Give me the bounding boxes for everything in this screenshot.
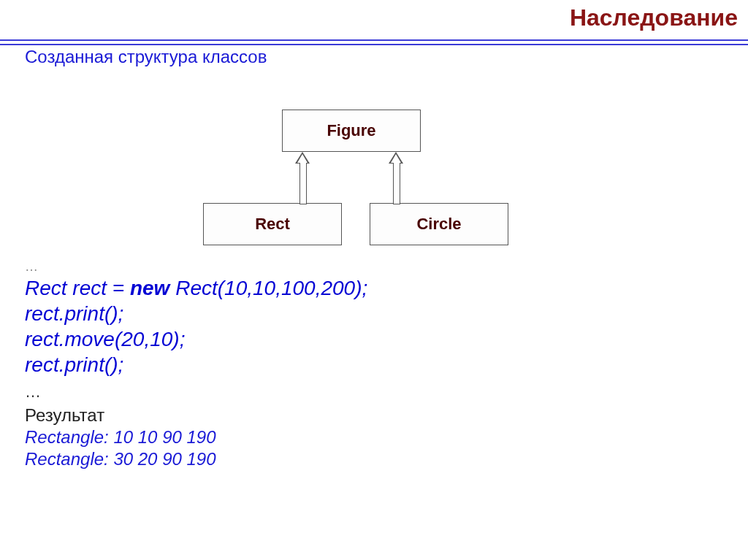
- result-label: Результат: [25, 404, 367, 426]
- slide: Наследование Созданная структура классов…: [0, 0, 748, 560]
- class-box-rect: Rect: [203, 203, 342, 245]
- class-diagram: Figure Rect Circle: [203, 110, 524, 256]
- class-box-circle: Circle: [370, 203, 508, 245]
- code-line-2: rect.print();: [25, 301, 367, 326]
- code-kw: new: [130, 277, 169, 299]
- page-title: Наследование: [570, 4, 738, 31]
- ellipsis-top: …: [25, 258, 367, 275]
- header-rule-1: [0, 39, 748, 41]
- code-line-1: Rect rect = new Rect(10,10,100,200);: [25, 275, 367, 301]
- code-pre: rect.print();: [25, 302, 123, 325]
- code-line-4: rect.print();: [25, 352, 367, 377]
- ellipsis-bottom: …: [25, 382, 367, 402]
- result-line-2: Rectangle: 30 20 90 190: [25, 448, 367, 470]
- code-and-result: … Rect rect = new Rect(10,10,100,200); r…: [25, 258, 367, 470]
- code-pre: rect.print();: [25, 353, 123, 376]
- code-line-3: rect.move(20,10);: [25, 326, 367, 352]
- subtitle: Созданная структура классов: [25, 47, 267, 67]
- class-box-figure: Figure: [282, 110, 421, 152]
- result-line-1: Rectangle: 10 10 90 190: [25, 426, 367, 448]
- code-post: Rect(10,10,100,200);: [169, 277, 367, 299]
- code-pre: Rect rect =: [25, 277, 130, 299]
- header-rule-2: [0, 44, 748, 45]
- code-pre: rect.move(20,10);: [25, 328, 185, 350]
